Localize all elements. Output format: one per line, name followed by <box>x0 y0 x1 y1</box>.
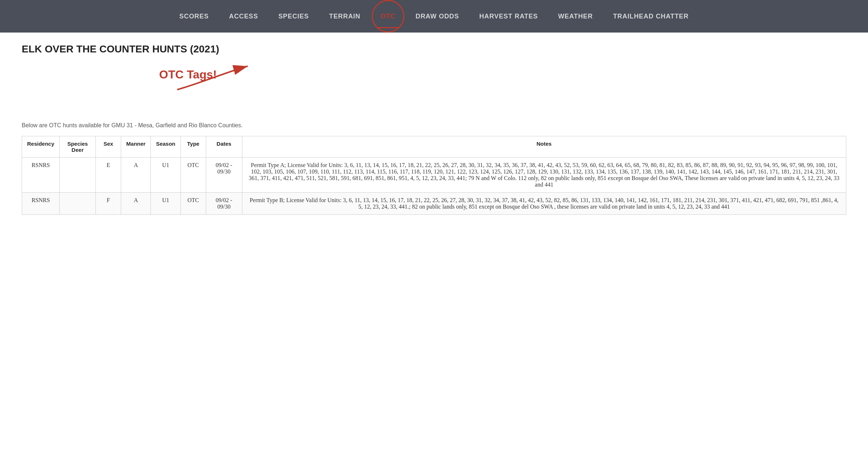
otc-hunts-table: Residency SpeciesDeer Sex Manner Season … <box>22 136 846 215</box>
nav-item-harvest-rates[interactable]: HARVEST RATES <box>469 0 548 33</box>
th-season: Season <box>151 136 180 158</box>
nav-item-access[interactable]: ACCESS <box>219 0 268 33</box>
nav-item-weather[interactable]: WEATHER <box>548 0 603 33</box>
cell-notes: Permit Type A; License Valid for Units: … <box>242 158 846 193</box>
cell-type: OTC <box>180 193 206 215</box>
cell-dates: 09/02 - 09/30 <box>206 193 242 215</box>
nav-item-trailhead-chatter[interactable]: TRAILHEAD CHATTER <box>603 0 699 33</box>
cell-season: U1 <box>151 158 180 193</box>
th-species: SpeciesDeer <box>60 136 96 158</box>
cell-residency: RSNRS <box>22 158 60 193</box>
cell-species <box>60 158 96 193</box>
th-sex: Sex <box>96 136 121 158</box>
nav-item-scores[interactable]: SCORES <box>169 0 219 33</box>
cell-residency: RSNRS <box>22 193 60 215</box>
cell-manner: A <box>121 158 151 193</box>
annotation-area: OTC Tags! <box>22 61 846 119</box>
cell-notes: Permit Type B; License Valid for Units: … <box>242 193 846 215</box>
nav-item-terrain[interactable]: TERRAIN <box>319 0 370 33</box>
subtitle: Below are OTC hunts available for GMU 31… <box>22 122 846 129</box>
th-manner: Manner <box>121 136 151 158</box>
cell-season: U1 <box>151 193 180 215</box>
main-nav: SCORES ACCESS SPECIES TERRAIN OTC DRAW O… <box>0 0 868 33</box>
nav-item-otc[interactable]: OTC <box>370 0 405 33</box>
main-content: ELK OVER THE COUNTER HUNTS (2021) OTC Ta… <box>0 33 868 226</box>
nav-item-species[interactable]: SPECIES <box>268 0 319 33</box>
th-type: Type <box>180 136 206 158</box>
cell-sex: F <box>96 193 121 215</box>
cell-type: OTC <box>180 158 206 193</box>
otc-arrow-svg <box>22 61 275 119</box>
table-row: RSNRSEAU1OTC09/02 - 09/30Permit Type A; … <box>22 158 846 193</box>
otc-tags-label: OTC Tags! <box>159 68 217 81</box>
th-residency: Residency <box>22 136 60 158</box>
cell-manner: A <box>121 193 151 215</box>
page-title: ELK OVER THE COUNTER HUNTS (2021) <box>22 43 846 55</box>
th-dates: Dates <box>206 136 242 158</box>
table-row: RSNRSFAU1OTC09/02 - 09/30Permit Type B; … <box>22 193 846 215</box>
nav-item-draw-odds[interactable]: DRAW ODDS <box>405 0 469 33</box>
cell-species <box>60 193 96 215</box>
cell-dates: 09/02 - 09/30 <box>206 158 242 193</box>
cell-sex: E <box>96 158 121 193</box>
th-notes: Notes <box>242 136 846 158</box>
nav-otc-wrapper: OTC <box>370 0 405 33</box>
